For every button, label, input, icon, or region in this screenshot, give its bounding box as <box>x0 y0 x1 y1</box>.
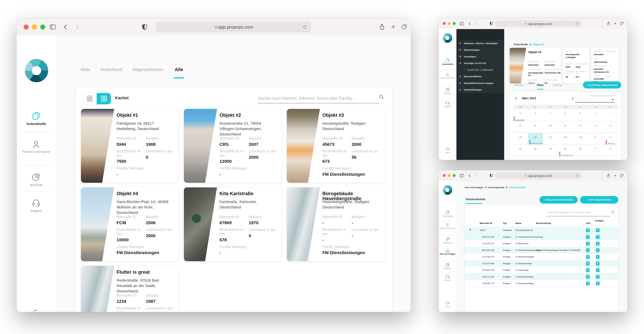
privacy-shield-icon[interactable] <box>489 21 493 26</box>
tab-aktiv[interactable]: Aktiv <box>80 67 90 72</box>
tree-item[interactable]: Raumheizflächen <box>456 74 504 80</box>
anlagen-badge[interactable]: 0 <box>596 268 600 272</box>
day-cell[interactable]: 10 <box>543 121 558 133</box>
tree-child-item-selected[interactable]: 112.975.376 - 1x Blitzschutz <box>456 67 504 73</box>
anlagen-badge[interactable]: 0 <box>596 281 600 285</box>
tab-aktuelles[interactable]: Aktuelles <box>514 84 524 86</box>
table-row[interactable]: 235.112.346Anlagen1x Raumluftanlage 0 0 <box>465 273 618 280</box>
grid-view-button-active[interactable] <box>97 93 111 104</box>
tab-plaene-active[interactable]: Pläne <box>537 84 544 86</box>
orte-badge[interactable]: 0 <box>586 261 590 265</box>
calendar-prev-icon[interactable] <box>514 97 518 100</box>
property-card-objekt-4[interactable]: Objekt #4 Hans-Böckler-Platz 1H, 45468 M… <box>81 187 178 261</box>
column-header[interactable]: Anlagen <box>595 220 602 222</box>
tab-overview-icon[interactable] <box>620 173 624 178</box>
traffic-light-close[interactable] <box>443 22 446 25</box>
sidebar-item-support[interactable]: Support <box>439 274 456 283</box>
orte-badge[interactable]: 0 <box>586 242 590 245</box>
sidebar-item-scheckhefte[interactable]: Scheckhefte <box>439 58 456 68</box>
privacy-shield-icon[interactable] <box>489 173 493 178</box>
tab-auftraege[interactable]: Aufträge <box>553 84 562 86</box>
day-cell[interactable]: 4 <box>558 109 573 121</box>
sidebar-item-berichte[interactable]: Berichte <box>439 262 456 272</box>
tree-item[interactable]: Hydraulikanlagen <box>456 87 504 93</box>
tree-item[interactable]: Raumlufttechnische Anlagen <box>456 80 504 86</box>
property-card-buerogebaeude-hasenbergstrasse[interactable]: Bürogebäude Hasenbergstraße Hasenbergstr… <box>287 187 384 261</box>
new-tab-icon[interactable] <box>613 174 617 177</box>
day-cell[interactable]: 27 <box>588 145 603 156</box>
tree-item[interactable]: Wasseranlagen <box>456 47 504 53</box>
day-cell[interactable]: 7 <box>603 109 618 121</box>
orte-badge[interactable]: 0 <box>586 275 590 278</box>
reload-icon[interactable] <box>302 25 308 30</box>
day-cell[interactable]: 20 <box>588 133 603 145</box>
day-cell[interactable]: 11 <box>558 121 573 133</box>
day-cell[interactable]: 6 <box>588 109 603 121</box>
add-auftrag-button[interactable]: + AUFTRAG HINZUFÜGEN <box>583 82 621 89</box>
traffic-light-zoom[interactable] <box>453 174 456 177</box>
day-cell[interactable]: 9 <box>528 121 543 133</box>
orte-badge[interactable]: 0 <box>586 228 590 232</box>
list-view-button[interactable] <box>82 93 97 104</box>
reload-icon[interactable] <box>576 22 579 26</box>
property-card-objekt-1[interactable]: Objekt #1 Fahrtgasse 18, 69117 Heidelber… <box>81 109 178 183</box>
orte-badge[interactable]: 0 <box>586 255 590 259</box>
sidebar-item-partner-und-nutzer[interactable]: Partner und Nutzer <box>439 72 456 84</box>
calendar-next-icon[interactable] <box>571 97 574 100</box>
back-icon[interactable] <box>468 22 472 26</box>
table-row[interactable]: 221.546.876Anlagen1x Abwasseranlage 0 0 <box>465 253 618 260</box>
property-card-kita-karlstrasse[interactable]: Kita Karlstraße Karlstraße, Karlsruhe, D… <box>184 187 281 261</box>
sidebar-item-scheckhefte[interactable]: Scheckhefte <box>439 210 456 219</box>
forward-icon[interactable] <box>474 22 478 26</box>
day-cell[interactable]: 12 <box>573 121 588 133</box>
add-anlage-button[interactable]: + ANLAGE HINZUFÜGEN <box>540 196 578 203</box>
sidebar-version[interactable]: V 3.4 <box>439 147 456 156</box>
sidebar-item-orte-und-anlagen[interactable]: Orte und Anlagen <box>439 248 456 260</box>
share-icon[interactable] <box>606 173 611 178</box>
traffic-light-close[interactable] <box>443 174 446 177</box>
table-row[interactable]: 665.345.768Anlagen1x Druckerhöhungsanlag… <box>465 247 618 253</box>
column-header[interactable]: Typ <box>503 222 507 224</box>
sidebar-item-scheckhefte[interactable]: Scheckhefte <box>16 111 56 132</box>
sidebar-version[interactable]: V 3.4 <box>16 308 56 312</box>
anlagen-badge[interactable]: 0 <box>596 235 600 239</box>
orte-badge[interactable]: 0 <box>586 235 590 239</box>
object-search-input[interactable] <box>257 93 379 104</box>
table-row[interactable]: 112.975.376Anlagen1x Blitzschutz 0 0 <box>465 240 618 247</box>
table-row[interactable]: 432.653.789Anlagen1x Gasanlage 0 0 <box>465 267 618 274</box>
share-icon[interactable] <box>606 21 611 26</box>
breadcrumb-root[interactable]: Orte und Anlagen <box>465 186 484 189</box>
back-icon[interactable] <box>468 174 472 178</box>
table-row-parent[interactable]: 45673GebäudeHeusteigstraße 50 0 8 <box>465 227 618 234</box>
day-cell[interactable]: 23 <box>528 145 543 156</box>
column-header[interactable]: Orte <box>586 222 590 224</box>
column-header[interactable]: Beschreibung <box>536 222 551 224</box>
orte-badge[interactable]: 0 <box>586 248 590 252</box>
tree-item[interactable]: Abwasser-, Wasser-, Gasanlagen <box>456 40 504 47</box>
traffic-light-minimize[interactable] <box>448 22 451 25</box>
anlagen-badge[interactable]: 0 <box>596 255 600 259</box>
anlagen-badge[interactable]: 0 <box>596 261 600 265</box>
back-icon[interactable] <box>62 24 69 30</box>
day-cell[interactable]: 3 <box>543 109 558 121</box>
table-row[interactable]: 613.537.889Anlagen1x Wasseranlage 0 0 <box>465 260 618 267</box>
breadcrumb-root[interactable]: Scheckhefte <box>514 43 528 46</box>
privacy-shield-icon[interactable] <box>141 23 148 31</box>
day-cell[interactable]: 8 <box>513 121 528 133</box>
day-cell[interactable]: 26 <box>573 145 588 156</box>
sidebar-item-partner-und-nutzer[interactable]: Partner und Nutzer <box>16 140 56 163</box>
table-row[interactable]: 145.634.778Anlagen1x Heizungsanlage 0 0 <box>465 280 618 287</box>
traffic-light-minimize[interactable] <box>448 174 451 177</box>
tree-item-expanded[interactable]: Sonstiges zur KG 410 <box>456 60 504 67</box>
traffic-light-close[interactable] <box>24 25 28 30</box>
anlagen-badge[interactable]: 0 <box>596 275 600 278</box>
breadcrumb-mid[interactable]: Heusteigstraße <box>488 186 504 189</box>
tab-anstehend[interactable]: Anstehend <box>100 67 122 72</box>
table-row[interactable]: 456.223.765Anlagen1x Trinkwasseruntersuc… <box>465 233 618 240</box>
traffic-light-zoom[interactable] <box>40 25 45 30</box>
tree-item[interactable]: Gasanlagen <box>456 54 504 60</box>
anlagen-badge[interactable]: 8 <box>596 228 600 232</box>
sidebar-item-berichte[interactable]: Berichte <box>16 172 56 192</box>
forward-icon[interactable] <box>74 24 80 30</box>
sidebar-toggle-icon[interactable] <box>460 173 464 178</box>
